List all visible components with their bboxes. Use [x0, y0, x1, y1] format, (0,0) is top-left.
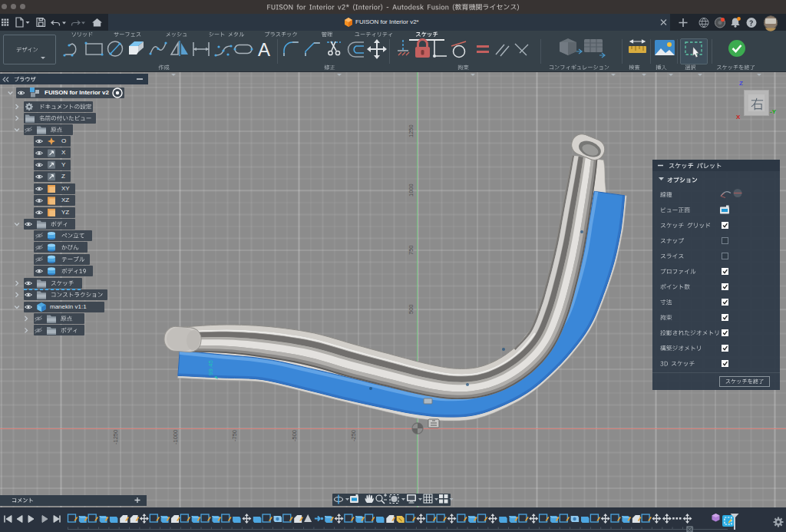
svg-text:99.45: 99.45 — [207, 359, 214, 375]
